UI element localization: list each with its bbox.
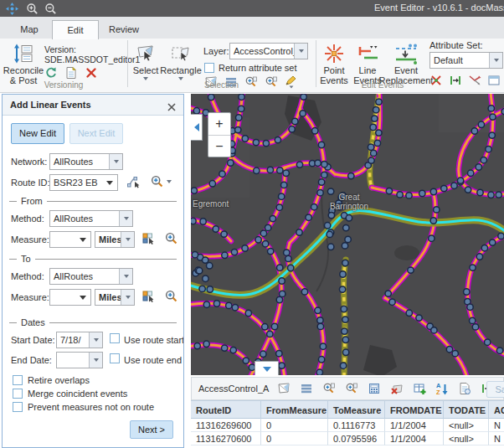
column-header[interactable]: ToMeasure — [328, 400, 385, 419]
select-button[interactable]: Select — [131, 42, 161, 80]
next-button[interactable]: Next > — [130, 420, 173, 439]
dropdown-button[interactable] — [89, 353, 102, 368]
column-header[interactable]: FROMDATE — [385, 400, 444, 419]
dropdown-button[interactable] — [121, 290, 134, 305]
chevron-down-icon — [494, 59, 499, 62]
new-version-icon[interactable] — [64, 66, 78, 80]
add-record-icon[interactable] — [413, 382, 426, 395]
field-calculator-icon[interactable] — [368, 382, 381, 395]
dropdown-button[interactable] — [489, 53, 502, 68]
start-date-picker[interactable]: 7/18/ — [56, 332, 103, 348]
clear-selection-icon[interactable] — [390, 382, 404, 395]
selection-group-label: Selection — [127, 80, 316, 90]
select-icon — [136, 42, 155, 65]
start-date-value: 7/18/ — [57, 335, 89, 345]
selection-list-icon[interactable] — [300, 382, 313, 395]
map-canvas[interactable] — [191, 94, 504, 375]
select-features-icon[interactable] — [277, 382, 291, 395]
new-edit-button[interactable]: New Edit — [11, 123, 64, 144]
select-route-icon[interactable] — [126, 175, 140, 188]
table-layer-name: AccessControl_A — [192, 384, 277, 394]
map-zoom-in-button[interactable]: + — [208, 113, 230, 135]
chevron-down-icon[interactable] — [80, 296, 86, 300]
from-zoom-icon[interactable] — [164, 231, 177, 245]
dropdown-button[interactable] — [109, 154, 122, 169]
map-label-egremont: Egremont — [193, 199, 229, 209]
zoom-to-selection-icon[interactable] — [322, 382, 336, 395]
chevron-down-icon[interactable] — [106, 181, 113, 185]
tab-edit[interactable]: Edit — [52, 20, 99, 39]
collapse-panel-left-button[interactable] — [191, 114, 203, 141]
next-edit-button[interactable]: Next Edit — [69, 123, 123, 144]
close-icon[interactable] — [167, 99, 177, 109]
table-row[interactable]: 11316270600 0 0.0795596 1/1/2004 <null> … — [191, 432, 504, 445]
collapse-table-button[interactable] — [255, 361, 279, 375]
return-attribute-set-checkbox[interactable] — [204, 63, 214, 73]
tab-map[interactable]: Map — [8, 20, 50, 39]
point-events-button[interactable]: Point Events — [318, 42, 350, 85]
table-toolbar: AccessControl_A AZ — [191, 377, 504, 400]
cell-access: N — [489, 419, 504, 432]
to-units-dropdown[interactable]: Miles — [95, 289, 135, 306]
event-replacement-button[interactable]: Event Replacement — [381, 42, 431, 85]
route-zoom-control[interactable] — [150, 174, 172, 188]
zoom-out-icon[interactable] — [44, 2, 57, 15]
from-method-dropdown[interactable]: AllRoutes — [49, 210, 133, 227]
pan-icon[interactable] — [5, 2, 18, 15]
table-header-row: RouteID FromMeasure ToMeasure FROMDATE T… — [191, 400, 504, 419]
route-id-combo[interactable]: BSR23 EB — [49, 174, 118, 191]
chevron-down-icon[interactable] — [80, 238, 86, 242]
cell-routeid: 11316270600 — [191, 432, 261, 445]
version-value: SDE.MASSDOT_editor1 — [44, 54, 140, 64]
chevron-down-icon — [94, 358, 99, 362]
table-row[interactable]: 11316269600 0 0.1116773 1/1/2004 <null> … — [191, 419, 504, 432]
retire-overlaps-checkbox[interactable] — [13, 375, 23, 385]
network-dropdown[interactable]: AllRoutes — [49, 153, 123, 170]
panel-title: Add Linear Events — [3, 100, 91, 110]
from-measure-combo[interactable] — [49, 231, 91, 248]
attribute-set-dropdown[interactable]: Default — [429, 52, 503, 69]
window-title: Event Editor - v10.6.1 - docMassDOT — [374, 3, 504, 13]
dates-section-divider: Dates — [9, 317, 177, 327]
map-view[interactable]: Egremont Great Barrington + − — [191, 94, 504, 375]
cell-tomeasure: 0.0795596 — [328, 432, 385, 445]
dropdown-button[interactable] — [89, 332, 102, 348]
delete-version-icon[interactable] — [85, 66, 98, 80]
pan-to-selection-icon[interactable] — [345, 382, 358, 395]
sort-icon[interactable]: AZ — [435, 382, 449, 395]
dropdown-button[interactable] — [121, 232, 134, 247]
rectangle-button[interactable]: Rectangle — [161, 42, 201, 80]
merge-event-icon[interactable] — [468, 74, 481, 87]
zoom-in-icon[interactable] — [25, 2, 39, 15]
save-button[interactable]: Save — [486, 381, 504, 398]
to-measure-combo[interactable] — [49, 289, 91, 306]
layer-dropdown[interactable]: AccessControl_A — [229, 43, 308, 59]
end-date-picker[interactable] — [56, 352, 103, 368]
column-header[interactable]: RouteID — [191, 400, 261, 419]
measure-picker-icon[interactable] — [141, 290, 155, 303]
cell-todate: <null> — [444, 432, 489, 445]
attribute-page-icon[interactable] — [458, 382, 471, 395]
from-units-dropdown[interactable]: Miles — [95, 231, 135, 248]
tab-review[interactable]: Review — [99, 20, 149, 39]
merge-coincident-checkbox[interactable] — [13, 389, 23, 399]
event-panel-icon[interactable] — [487, 74, 501, 87]
dropdown-button[interactable] — [294, 44, 307, 59]
offset-event-icon[interactable] — [449, 74, 462, 87]
prevent-measures-checkbox[interactable] — [13, 402, 23, 412]
reconcile-post-button[interactable]: Reconcile & Post — [3, 42, 44, 85]
line-events-icon — [357, 42, 378, 65]
chevron-down-icon — [263, 367, 271, 372]
refresh-version-icon[interactable] — [44, 66, 58, 80]
use-route-start-checkbox[interactable] — [110, 333, 120, 343]
use-route-end-checkbox[interactable] — [110, 353, 120, 363]
column-header[interactable]: AC — [489, 400, 504, 419]
to-zoom-icon[interactable] — [164, 289, 177, 302]
column-header[interactable]: TODATE — [444, 400, 489, 419]
dropdown-button[interactable] — [119, 269, 132, 284]
to-method-dropdown[interactable]: AllRoutes — [49, 268, 133, 285]
measure-picker-icon[interactable] — [141, 232, 155, 245]
dropdown-button[interactable] — [119, 211, 132, 226]
column-header[interactable]: FromMeasure — [261, 400, 328, 419]
map-zoom-out-button[interactable]: − — [208, 135, 230, 157]
